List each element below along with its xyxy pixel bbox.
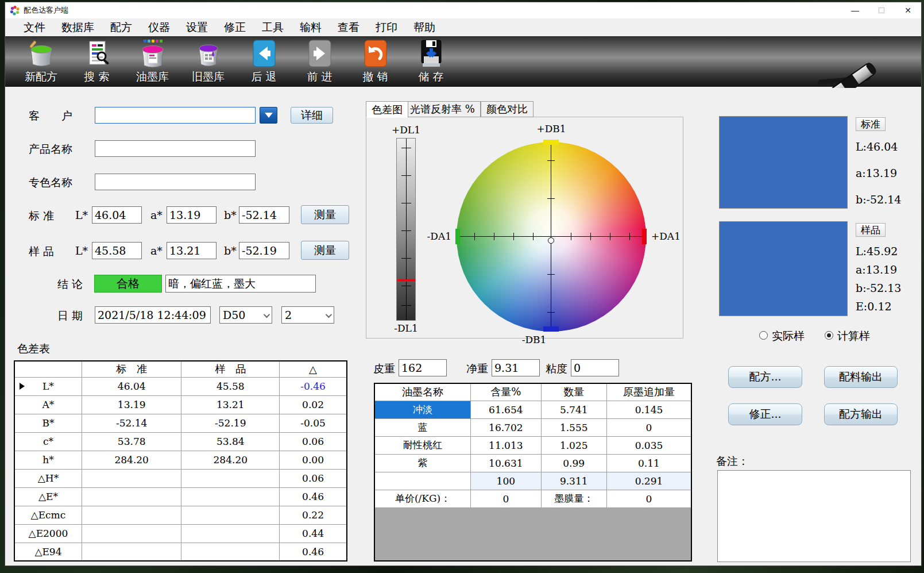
db-plus-marker	[543, 140, 559, 145]
sample-E-value: E:0.12	[856, 300, 892, 313]
formula-button[interactable]: 配方...	[728, 366, 802, 388]
remarks-textarea[interactable]	[717, 470, 911, 562]
standard-badge[interactable]: 标准	[856, 117, 886, 131]
sample-measure-button[interactable]: 测量	[301, 241, 349, 260]
table-row[interactable]: h*284.20 284.200.00	[14, 451, 347, 469]
sample-row-label: 样 品	[29, 244, 54, 259]
net-weight-label: 净重	[466, 362, 488, 376]
standard-row-label: 标 准	[29, 209, 54, 224]
da-minus-label: -DA1	[417, 230, 451, 242]
customer-input[interactable]	[95, 107, 256, 124]
color-wheel	[457, 142, 646, 332]
standard-a-value: a:13.19	[856, 167, 897, 179]
standard-L-input[interactable]: 46.04	[92, 206, 142, 224]
product-name-input[interactable]	[95, 140, 256, 157]
sample-a-label: a*	[150, 244, 163, 257]
batch-output-button[interactable]: 配料输出	[824, 366, 898, 388]
table-row[interactable]: △E2000 0.44	[14, 524, 347, 543]
tare-weight-input[interactable]: 162	[399, 359, 447, 376]
standard-measure-button[interactable]: 测量	[301, 205, 349, 224]
standard-L-label: L*	[75, 209, 88, 221]
sample-b-label: b*	[224, 244, 237, 257]
table-row[interactable]: 冲淡 61.654 5.741 0.145	[374, 401, 691, 418]
db-minus-label: -DB1	[516, 334, 552, 345]
unit-price-label: 单价(/KG)：	[374, 490, 471, 507]
diff-header-standard: 标 准	[82, 361, 181, 377]
table-row[interactable]: △H* 0.06	[14, 469, 347, 487]
dl-plus-label: +DL1	[388, 124, 424, 136]
actual-sample-label[interactable]: 实际样	[772, 329, 805, 344]
tab-color-compare[interactable]: 颜色对比	[481, 101, 533, 117]
table-row[interactable]: 耐性桃红11.013 1.0250.035	[374, 436, 691, 454]
sample-b-value: b:-52.13	[856, 282, 901, 294]
calculated-sample-label[interactable]: 计算样	[837, 329, 870, 344]
diff-table-header-row: 标 准 样 品 △	[14, 361, 347, 377]
ink-film-value: 0	[606, 490, 691, 507]
table-row[interactable]: L* 46.04 45.58 -0.46	[14, 377, 347, 395]
ink-header-name: 油墨名称	[374, 383, 471, 401]
ink-film-label: 墨膜量：	[541, 490, 606, 507]
customer-dropdown-button[interactable]	[260, 107, 277, 124]
tare-weight-label: 皮重	[373, 362, 395, 376]
dl-minus-label: -DL1	[388, 322, 424, 334]
date-input[interactable]: 2021/5/18 12:44:09	[95, 306, 211, 324]
sample-badge[interactable]: 样品	[856, 223, 886, 237]
actual-sample-radio[interactable]	[759, 331, 768, 340]
table-row[interactable]: △E* 0.46	[14, 487, 347, 506]
total-percent: 100	[471, 472, 541, 490]
da-plus-marker	[642, 229, 647, 244]
current-row-icon	[20, 383, 25, 390]
standard-a-input[interactable]: 13.19	[167, 206, 216, 224]
observer-select[interactable]: 2	[281, 306, 334, 324]
diff-header-sample: 样 品	[181, 361, 280, 377]
table-row[interactable]: B*-52.14 -52.19-0.05	[14, 414, 347, 432]
table-row[interactable]: c*53.78 53.840.06	[14, 432, 347, 451]
dropdown-arrow-icon	[265, 113, 273, 118]
customer-label: 客 户	[29, 109, 72, 124]
viscosity-label: 粘度	[546, 362, 567, 376]
table-row[interactable]: △E94 0.46	[14, 543, 347, 561]
diff-header-delta: △	[280, 361, 347, 377]
remarks-label: 备注：	[716, 454, 749, 469]
illuminant-value: D50	[223, 309, 245, 321]
lightness-sample-marker	[397, 279, 415, 281]
diff-table-title: 色差表	[17, 341, 50, 356]
sample-position-marker	[548, 237, 554, 244]
standard-b-input[interactable]: -52.14	[239, 206, 289, 224]
table-row[interactable]: △Ecmc 0.22	[14, 506, 347, 524]
diff-header-blank	[14, 361, 82, 377]
standard-L-value: L:46.04	[856, 140, 898, 153]
sample-b-input[interactable]: -52.19	[239, 242, 289, 259]
sample-a-input[interactable]: 13.21	[167, 242, 216, 259]
standard-color-swatch	[719, 116, 848, 209]
product-name-label: 产品名称	[29, 142, 72, 157]
tab-spectral-reflectance[interactable]: 光谱反射率 %	[404, 101, 481, 117]
correct-button[interactable]: 修正...	[728, 403, 802, 425]
table-row[interactable]: 蓝16.702 1.5550	[374, 418, 691, 436]
table-row[interactable]: A*13.19 13.210.02	[14, 395, 347, 414]
date-label: 日 期	[57, 309, 83, 324]
table-row[interactable]: 紫10.631 0.990.11	[374, 454, 691, 472]
client-area: 客 户 详细 产品名称 专色名称 标 准 L* 46.04 a* 13.19 b…	[0, 0, 924, 573]
da-plus-label: +DA1	[651, 230, 681, 242]
sample-L-input[interactable]: 45.58	[92, 242, 142, 259]
tab-color-difference-chart[interactable]: 色差图	[366, 101, 408, 118]
calculated-sample-radio[interactable]	[825, 331, 833, 340]
ink-table-filler	[374, 507, 691, 561]
formula-output-button[interactable]: 配方输出	[824, 403, 898, 425]
sample-L-value: L:45.92	[856, 245, 898, 257]
ink-total-row: 100 9.311 0.291	[374, 472, 691, 490]
spot-color-input[interactable]	[95, 174, 256, 190]
conclusion-text-field: 暗，偏红蓝，墨大	[165, 275, 316, 293]
viscosity-input[interactable]: 0	[571, 359, 619, 376]
observer-value: 2	[285, 309, 292, 321]
ink-header-quantity: 数量	[541, 383, 606, 401]
detail-button[interactable]: 详细	[291, 107, 333, 124]
ink-table-header-row: 油墨名称 含量% 数量 原墨追加量	[374, 383, 691, 401]
net-weight-input[interactable]: 9.31	[492, 359, 540, 376]
illuminant-select[interactable]: D50	[219, 306, 272, 324]
standard-b-value: b:-52.14	[856, 193, 901, 206]
db-plus-label: +DB1	[533, 123, 569, 134]
sample-L-label: L*	[75, 244, 88, 257]
selected-ink-cell[interactable]: 冲淡	[374, 401, 471, 418]
